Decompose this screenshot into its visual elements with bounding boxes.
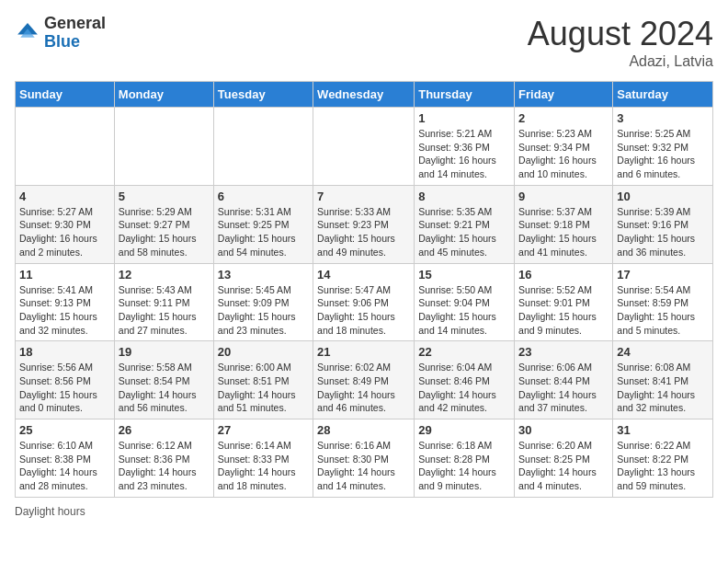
calendar-week-row: 4Sunrise: 5:27 AMSunset: 9:30 PMDaylight… xyxy=(16,185,713,263)
day-number: 30 xyxy=(518,423,609,437)
day-number: 23 xyxy=(518,345,609,359)
day-info: Sunrise: 5:43 AMSunset: 9:11 PMDaylight:… xyxy=(119,283,210,338)
day-number: 7 xyxy=(317,190,410,203)
logo-blue-text: Blue xyxy=(44,32,80,51)
day-info: Sunrise: 5:23 AMSunset: 9:34 PMDaylight:… xyxy=(518,127,609,181)
day-number: 8 xyxy=(418,190,510,203)
logo-icon xyxy=(15,20,40,46)
day-number: 12 xyxy=(119,268,210,282)
logo: General Blue xyxy=(15,15,106,52)
day-number: 26 xyxy=(119,423,210,437)
day-info: Sunrise: 5:56 AMSunset: 8:56 PMDaylight:… xyxy=(19,361,110,415)
column-header-saturday: Saturday xyxy=(613,82,713,108)
calendar-week-row: 25Sunrise: 6:10 AMSunset: 8:38 PMDayligh… xyxy=(16,419,713,498)
day-number: 17 xyxy=(617,268,709,282)
calendar-cell: 9Sunrise: 5:37 AMSunset: 9:18 PMDaylight… xyxy=(515,185,613,263)
day-number: 5 xyxy=(119,190,210,203)
day-number: 25 xyxy=(19,423,110,437)
day-info: Sunrise: 6:14 AMSunset: 8:33 PMDaylight:… xyxy=(218,439,309,493)
calendar-cell: 2Sunrise: 5:23 AMSunset: 9:34 PMDaylight… xyxy=(515,108,613,186)
day-number: 6 xyxy=(218,190,309,203)
calendar-cell: 27Sunrise: 6:14 AMSunset: 8:33 PMDayligh… xyxy=(213,419,313,498)
calendar-cell: 10Sunrise: 5:39 AMSunset: 9:16 PMDayligh… xyxy=(613,185,713,263)
calendar-cell: 24Sunrise: 6:08 AMSunset: 8:41 PMDayligh… xyxy=(613,341,713,419)
day-number: 4 xyxy=(19,190,110,203)
day-info: Sunrise: 5:21 AMSunset: 9:36 PMDaylight:… xyxy=(418,127,510,181)
day-info: Sunrise: 6:06 AMSunset: 8:44 PMDaylight:… xyxy=(518,361,609,415)
day-info: Sunrise: 6:10 AMSunset: 8:38 PMDaylight:… xyxy=(19,439,110,493)
calendar-cell: 6Sunrise: 5:31 AMSunset: 9:25 PMDaylight… xyxy=(213,185,313,263)
day-number: 28 xyxy=(317,423,410,437)
day-number: 18 xyxy=(19,345,110,359)
day-number: 24 xyxy=(617,345,709,359)
calendar-table: SundayMondayTuesdayWednesdayThursdayFrid… xyxy=(15,81,713,498)
day-info: Sunrise: 5:41 AMSunset: 9:13 PMDaylight:… xyxy=(19,283,110,338)
calendar-cell xyxy=(313,108,415,186)
day-info: Sunrise: 5:29 AMSunset: 9:27 PMDaylight:… xyxy=(119,205,210,259)
day-number: 3 xyxy=(617,111,709,125)
column-header-thursday: Thursday xyxy=(415,82,515,108)
calendar-cell: 20Sunrise: 6:00 AMSunset: 8:51 PMDayligh… xyxy=(213,341,313,419)
calendar-cell: 19Sunrise: 5:58 AMSunset: 8:54 PMDayligh… xyxy=(114,341,213,419)
day-info: Sunrise: 5:47 AMSunset: 9:06 PMDaylight:… xyxy=(317,283,410,338)
calendar-cell: 26Sunrise: 6:12 AMSunset: 8:36 PMDayligh… xyxy=(114,419,213,498)
month-title: August 2024 xyxy=(528,15,713,53)
day-info: Sunrise: 5:37 AMSunset: 9:18 PMDaylight:… xyxy=(518,205,609,259)
calendar-cell: 14Sunrise: 5:47 AMSunset: 9:06 PMDayligh… xyxy=(313,263,415,341)
day-info: Sunrise: 6:08 AMSunset: 8:41 PMDaylight:… xyxy=(617,361,709,415)
day-info: Sunrise: 5:25 AMSunset: 9:32 PMDaylight:… xyxy=(617,127,709,181)
calendar-cell: 11Sunrise: 5:41 AMSunset: 9:13 PMDayligh… xyxy=(16,263,115,341)
day-number: 29 xyxy=(418,423,510,437)
day-info: Sunrise: 6:04 AMSunset: 8:46 PMDaylight:… xyxy=(418,361,510,415)
day-number: 31 xyxy=(617,423,709,437)
day-info: Sunrise: 5:45 AMSunset: 9:09 PMDaylight:… xyxy=(218,283,309,338)
column-header-monday: Monday xyxy=(114,82,213,108)
day-number: 21 xyxy=(317,345,410,359)
day-number: 2 xyxy=(518,111,609,125)
column-header-tuesday: Tuesday xyxy=(213,82,313,108)
footer: Daylight hours xyxy=(15,505,713,518)
logo-general-text: General xyxy=(44,14,106,32)
calendar-cell xyxy=(16,108,115,186)
calendar-cell: 1Sunrise: 5:21 AMSunset: 9:36 PMDaylight… xyxy=(415,108,515,186)
calendar-cell xyxy=(114,108,213,186)
day-number: 13 xyxy=(218,268,309,282)
calendar-cell: 29Sunrise: 6:18 AMSunset: 8:28 PMDayligh… xyxy=(415,419,515,498)
day-number: 16 xyxy=(518,268,609,282)
calendar-cell: 13Sunrise: 5:45 AMSunset: 9:09 PMDayligh… xyxy=(213,263,313,341)
day-info: Sunrise: 6:20 AMSunset: 8:25 PMDaylight:… xyxy=(518,439,609,493)
title-block: August 2024 Adazi, Latvia xyxy=(528,15,713,70)
calendar-cell: 3Sunrise: 5:25 AMSunset: 9:32 PMDaylight… xyxy=(613,108,713,186)
day-number: 11 xyxy=(19,268,110,282)
calendar-cell: 31Sunrise: 6:22 AMSunset: 8:22 PMDayligh… xyxy=(613,419,713,498)
calendar-cell: 16Sunrise: 5:52 AMSunset: 9:01 PMDayligh… xyxy=(515,263,613,341)
calendar-cell: 23Sunrise: 6:06 AMSunset: 8:44 PMDayligh… xyxy=(515,341,613,419)
calendar-cell: 5Sunrise: 5:29 AMSunset: 9:27 PMDaylight… xyxy=(114,185,213,263)
day-number: 19 xyxy=(119,345,210,359)
daylight-label: Daylight hours xyxy=(15,505,85,518)
column-header-wednesday: Wednesday xyxy=(313,82,415,108)
calendar-cell: 18Sunrise: 5:56 AMSunset: 8:56 PMDayligh… xyxy=(16,341,115,419)
day-info: Sunrise: 6:16 AMSunset: 8:30 PMDaylight:… xyxy=(317,439,410,493)
day-number: 20 xyxy=(218,345,309,359)
day-info: Sunrise: 6:18 AMSunset: 8:28 PMDaylight:… xyxy=(418,439,510,493)
day-info: Sunrise: 5:31 AMSunset: 9:25 PMDaylight:… xyxy=(218,205,309,259)
calendar-cell: 15Sunrise: 5:50 AMSunset: 9:04 PMDayligh… xyxy=(415,263,515,341)
day-number: 9 xyxy=(518,190,609,203)
day-number: 15 xyxy=(418,268,510,282)
day-info: Sunrise: 5:52 AMSunset: 9:01 PMDaylight:… xyxy=(518,283,609,338)
location-text: Adazi, Latvia xyxy=(528,53,713,70)
calendar-cell: 28Sunrise: 6:16 AMSunset: 8:30 PMDayligh… xyxy=(313,419,415,498)
calendar-cell: 25Sunrise: 6:10 AMSunset: 8:38 PMDayligh… xyxy=(16,419,115,498)
calendar-cell: 12Sunrise: 5:43 AMSunset: 9:11 PMDayligh… xyxy=(114,263,213,341)
day-number: 1 xyxy=(418,111,510,125)
day-number: 22 xyxy=(418,345,510,359)
calendar-header-row: SundayMondayTuesdayWednesdayThursdayFrid… xyxy=(16,82,713,108)
column-header-friday: Friday xyxy=(515,82,613,108)
day-info: Sunrise: 5:39 AMSunset: 9:16 PMDaylight:… xyxy=(617,205,709,259)
calendar-cell xyxy=(213,108,313,186)
day-number: 10 xyxy=(617,190,709,203)
column-header-sunday: Sunday xyxy=(16,82,115,108)
day-info: Sunrise: 5:27 AMSunset: 9:30 PMDaylight:… xyxy=(19,205,110,259)
calendar-cell: 7Sunrise: 5:33 AMSunset: 9:23 PMDaylight… xyxy=(313,185,415,263)
